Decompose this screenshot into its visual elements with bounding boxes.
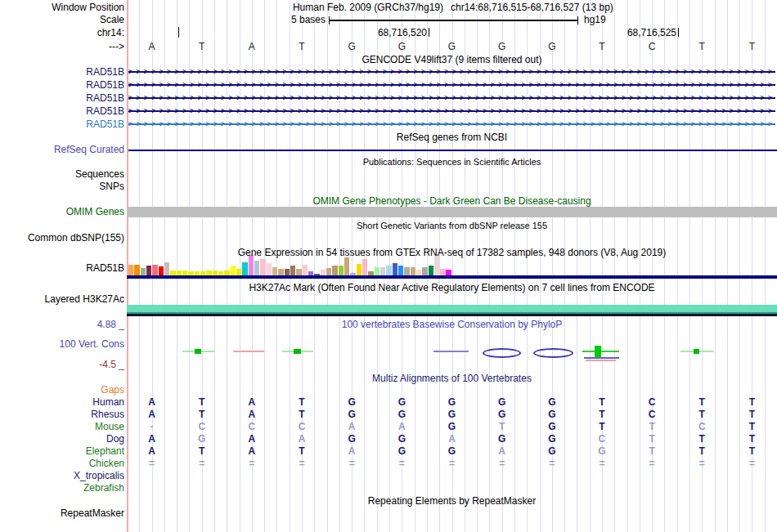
gtex-bar[interactable] — [357, 264, 362, 275]
dbsnp-track-label[interactable]: Common dbSNP(155) — [28, 232, 124, 244]
gtex-bar[interactable] — [290, 266, 295, 275]
gtex-bar[interactable] — [339, 266, 344, 275]
gtex-bar[interactable] — [411, 267, 415, 275]
gtex-bar[interactable] — [159, 266, 164, 275]
alignment-base: G — [446, 445, 459, 457]
alignment-base: A — [146, 433, 159, 445]
gtex-bar[interactable] — [260, 259, 265, 275]
alignment-base: T — [195, 396, 209, 408]
gtex-bar[interactable] — [375, 267, 380, 275]
gtex-bar[interactable] — [285, 269, 290, 275]
gtex-bar[interactable] — [164, 262, 169, 275]
sequences-track-label[interactable]: Sequences — [75, 168, 124, 180]
alignment-base: T — [295, 445, 308, 457]
gtex-bar[interactable] — [398, 266, 403, 275]
gtex-bar[interactable] — [308, 271, 313, 275]
coordinate-label-1: 68,716,520 — [378, 27, 427, 38]
refseq-curated-line[interactable] — [128, 150, 777, 151]
sequence-base: A — [245, 41, 258, 52]
gtex-bar[interactable] — [272, 267, 277, 275]
alignment-base: = — [595, 458, 609, 469]
alignment-base: G — [345, 433, 358, 445]
gtex-bar[interactable] — [128, 265, 133, 275]
gtex-bar[interactable] — [321, 270, 326, 275]
gtex-bar[interactable] — [254, 261, 259, 275]
gene-label-rad51b-3[interactable]: RAD51B — [86, 92, 124, 104]
gtex-bar[interactable] — [278, 269, 283, 275]
publications-track-title: Publications: Sequences in Scientific Ar… — [127, 157, 777, 167]
species-label-human[interactable]: Human — [92, 396, 124, 408]
species-label-rhesus[interactable]: Rhesus — [91, 409, 124, 420]
gtex-bar[interactable] — [170, 270, 175, 275]
omim-genes-bar[interactable] — [127, 207, 777, 217]
gtex-bar[interactable] — [350, 273, 355, 275]
gene-label-rad51b-1[interactable]: RAD51B — [86, 66, 124, 78]
phylop-track-label[interactable]: 100 Vert. Cons — [60, 338, 124, 350]
alignment-base: = — [395, 458, 408, 469]
species-label-dog[interactable]: Dog — [106, 433, 124, 445]
gtex-bar[interactable] — [404, 267, 409, 275]
h3k27ac-track-label[interactable]: Layered H3K27Ac — [45, 293, 124, 305]
gtex-bar[interactable] — [134, 265, 139, 275]
gtex-bar[interactable] — [380, 267, 385, 275]
gtex-bar[interactable] — [177, 270, 182, 275]
gtex-bar[interactable] — [303, 265, 308, 275]
omim-track-label[interactable]: OMIM Genes — [66, 206, 124, 217]
sequence-base: A — [146, 41, 159, 52]
gtex-bar[interactable] — [326, 268, 331, 275]
gtex-track-title: Gene Expression in 54 tissues from GTEx … — [127, 247, 777, 258]
gtex-bar[interactable] — [152, 265, 157, 275]
gtex-bar[interactable] — [236, 269, 241, 275]
gtex-bar[interactable] — [182, 270, 187, 275]
alignment-base: T — [745, 421, 758, 432]
gtex-bar[interactable] — [446, 270, 451, 275]
gtex-bar[interactable] — [440, 269, 445, 275]
phylop-min-value: -4.5 _ — [99, 359, 124, 370]
multiz-gaps-label[interactable]: Gaps — [101, 384, 124, 396]
gtex-bar[interactable] — [231, 266, 236, 275]
phylop-mark-peak — [595, 346, 601, 358]
gtex-bar[interactable] — [146, 266, 151, 275]
gtex-bar[interactable] — [296, 269, 301, 275]
gtex-bar[interactable] — [206, 270, 211, 275]
gtex-bar[interactable] — [242, 262, 247, 275]
gtex-bar[interactable] — [213, 270, 218, 275]
gtex-bar[interactable] — [344, 257, 349, 275]
scale-value: 5 bases — [291, 14, 326, 25]
gtex-bar[interactable] — [368, 271, 373, 275]
species-label-x-tropicalis[interactable]: X_tropicalis — [74, 470, 124, 481]
coordinate-tick-2 — [678, 28, 679, 37]
gtex-bar[interactable] — [362, 259, 367, 275]
repeatmasker-track-label[interactable]: RepeatMasker — [61, 507, 124, 519]
gtex-track-label[interactable]: RAD51B — [86, 262, 124, 274]
gtex-bar[interactable] — [422, 267, 427, 275]
gtex-bar[interactable] — [218, 271, 223, 275]
gtex-bar[interactable] — [386, 266, 391, 275]
gtex-bar[interactable] — [200, 271, 205, 275]
gtex-bar[interactable] — [429, 266, 433, 275]
gtex-bar[interactable] — [416, 270, 421, 275]
gtex-bar[interactable] — [332, 266, 337, 275]
gene-label-rad51b-2[interactable]: RAD51B — [86, 79, 124, 91]
gtex-bar[interactable] — [188, 271, 193, 275]
h3k27ac-band[interactable] — [127, 305, 777, 312]
snps-track-label[interactable]: SNPs — [99, 181, 124, 192]
gtex-bar[interactable] — [195, 271, 200, 275]
gtex-bar[interactable] — [267, 263, 272, 275]
alignment-base: T — [496, 421, 509, 432]
gtex-bar[interactable] — [314, 274, 319, 275]
species-label-zebrafish[interactable]: Zebrafish — [83, 482, 124, 494]
gtex-bar[interactable] — [141, 268, 146, 275]
refseq-track-label[interactable]: RefSeq Curated — [54, 144, 124, 155]
row-label-scale: Scale — [100, 14, 124, 25]
species-label-mouse[interactable]: Mouse — [95, 421, 124, 432]
gene-label-rad51b-5[interactable]: RAD51B — [86, 118, 124, 130]
alignment-base: T — [695, 445, 708, 457]
gtex-bar[interactable] — [393, 263, 397, 275]
phylop-mark-neg-blue — [584, 357, 619, 359]
gtex-bar[interactable] — [224, 270, 229, 275]
species-label-chicken[interactable]: Chicken — [89, 458, 124, 469]
gene-label-rad51b-4[interactable]: RAD51B — [86, 105, 124, 117]
species-label-elephant[interactable]: Elephant — [86, 445, 124, 457]
gtex-baseline[interactable] — [127, 275, 777, 279]
